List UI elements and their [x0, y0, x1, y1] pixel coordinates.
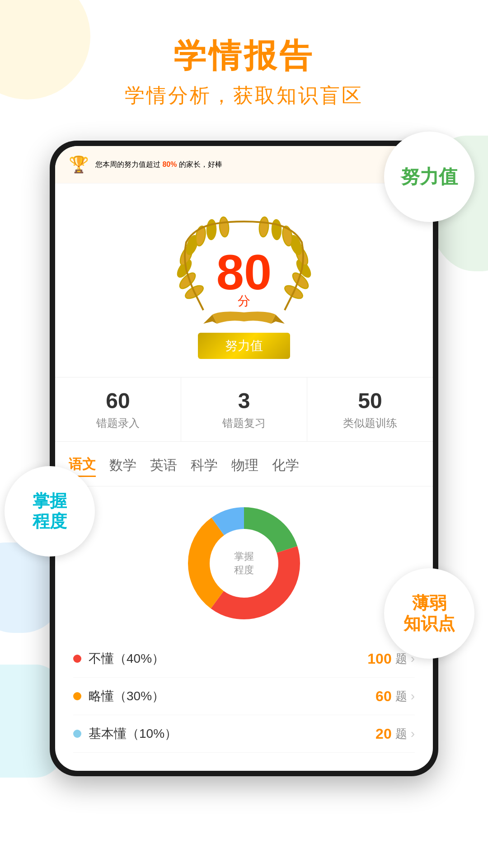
laurel-container: 80 分 — [167, 202, 321, 346]
legend-count-2: 20 — [375, 726, 392, 742]
legend-item-1: 略懂（30%） 60 题 › — [73, 678, 415, 715]
donut-svg: 掌握 程度 — [181, 500, 307, 627]
stats-row: 60 错题录入 3 错题复习 50 类似题训练 — [55, 377, 433, 442]
stat-item-2: 50 类似题训练 — [307, 377, 433, 441]
stat-number-2: 50 — [312, 388, 428, 413]
weak-badge-text: 薄弱 知识点 — [404, 593, 455, 634]
donut-chart: 掌握 程度 — [181, 500, 307, 627]
svg-point-7 — [219, 217, 230, 238]
legend-label-0: 不懂（40%） — [89, 650, 367, 667]
tab-math[interactable]: 数学 — [109, 456, 136, 476]
legend-dot-0 — [73, 655, 81, 663]
weak-points-badge: 薄弱 知识点 — [384, 568, 474, 659]
svg-point-14 — [272, 220, 282, 240]
legend-count-0: 100 — [367, 651, 391, 667]
notification-text: 您本周的努力值超过 80% 的家长，好棒 — [95, 160, 222, 170]
page-title: 学情报告 — [0, 36, 488, 75]
trophy-icon: 🏆 — [69, 155, 89, 174]
page-header: 学情报告 学情分析，获取知识盲区 — [0, 0, 488, 123]
stat-number-0: 60 — [60, 388, 176, 413]
legend-section: 不懂（40%） 100 题 › 略懂（30%） 60 题 › 基本懂（10%） … — [55, 636, 433, 771]
legend-arrow-2[interactable]: › — [411, 726, 415, 741]
svg-point-20 — [212, 532, 276, 595]
phone-mockup: 🏆 您本周的努力值超过 80% 的家长，好棒 — [50, 141, 438, 776]
stat-label-1: 错题复习 — [186, 416, 302, 430]
stat-item-0: 60 错题录入 — [55, 377, 181, 441]
effort-badge-text: 努力值 — [401, 166, 458, 187]
mastery-badge: 掌握 程度 — [5, 466, 95, 557]
svg-text:程度: 程度 — [234, 564, 254, 576]
notification-bar: 🏆 您本周的努力值超过 80% 的家长，好棒 — [55, 146, 433, 184]
legend-count-1: 60 — [375, 688, 392, 705]
tab-english[interactable]: 英语 — [150, 456, 177, 476]
legend-label-1: 略懂（30%） — [89, 688, 375, 705]
legend-unit-1: 题 — [395, 689, 407, 704]
legend-unit-0: 题 — [395, 651, 407, 667]
stat-number-1: 3 — [186, 388, 302, 413]
stat-label-0: 错题录入 — [60, 416, 176, 430]
score-section: 80 分 努力值 — [55, 184, 433, 373]
legend-item-0: 不懂（40%） 100 题 › — [73, 640, 415, 678]
legend-dot-2 — [73, 730, 81, 738]
mastery-badge-text: 掌握 程度 — [33, 491, 67, 532]
phone-wrapper: 努力值 掌握 程度 薄弱 知识点 🏆 您本周的努力值超过 80% 的家长，好棒 — [50, 141, 438, 776]
score-number: 80 — [216, 247, 272, 297]
svg-point-6 — [206, 220, 216, 240]
score-display: 80 分 — [216, 247, 272, 310]
stat-label-2: 类似题训练 — [312, 416, 428, 430]
legend-arrow-1[interactable]: › — [411, 689, 415, 703]
legend-item-2: 基本懂（10%） 20 题 › — [73, 715, 415, 753]
effort-badge: 努力值 — [384, 132, 474, 222]
legend-unit-2: 题 — [395, 726, 407, 742]
stat-item-1: 3 错题复习 — [181, 377, 307, 441]
tab-physics[interactable]: 物理 — [231, 456, 258, 476]
tab-science[interactable]: 科学 — [191, 456, 218, 476]
score-ribbon-label: 努力值 — [198, 333, 290, 359]
phone-screen: 🏆 您本周的努力值超过 80% 的家长，好棒 — [55, 146, 433, 771]
legend-dot-1 — [73, 692, 81, 700]
svg-text:掌握: 掌握 — [234, 551, 254, 562]
chart-section: 掌握 程度 — [55, 486, 433, 636]
svg-point-15 — [258, 217, 269, 238]
tab-chemistry[interactable]: 化学 — [272, 456, 299, 476]
legend-label-2: 基本懂（10%） — [89, 725, 375, 742]
page-subtitle: 学情分析，获取知识盲区 — [0, 82, 488, 109]
subject-tabs: 语文 数学 英语 科学 物理 化学 — [55, 446, 433, 486]
